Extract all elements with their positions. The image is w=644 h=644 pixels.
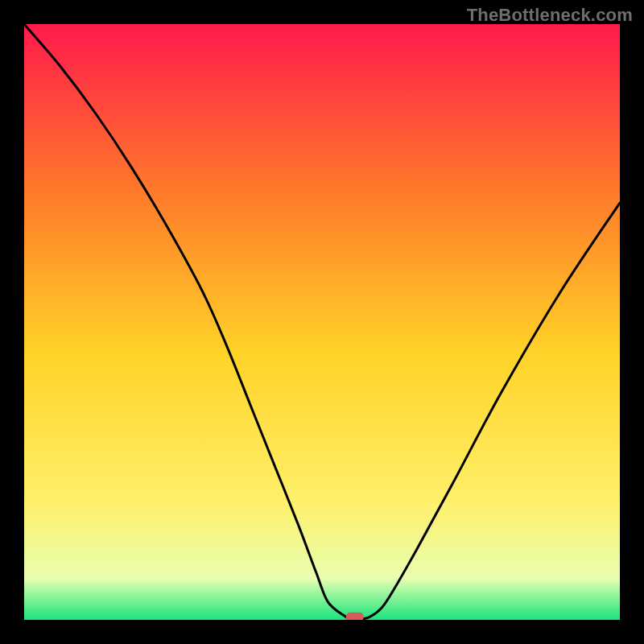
chart-svg bbox=[24, 24, 620, 620]
plot-area bbox=[24, 24, 620, 620]
gradient-background bbox=[24, 24, 620, 620]
watermark-text: TheBottleneck.com bbox=[467, 5, 633, 26]
optimum-marker bbox=[346, 613, 364, 620]
chart-frame: TheBottleneck.com bbox=[0, 0, 644, 644]
